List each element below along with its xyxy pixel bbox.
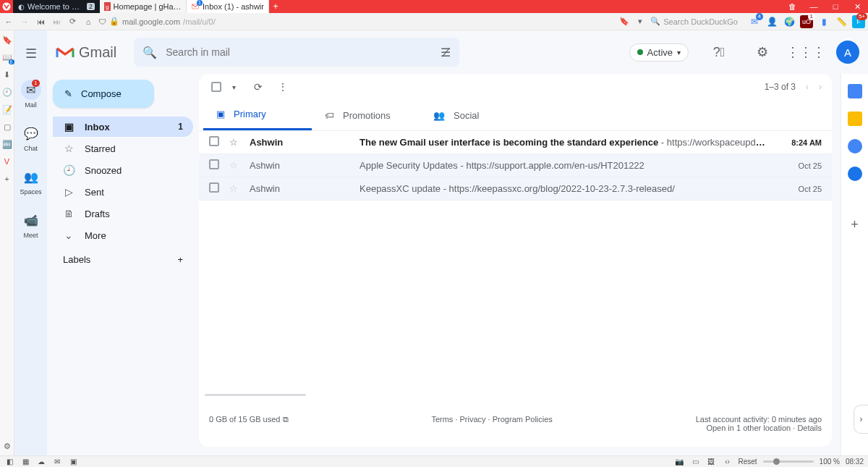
home-button[interactable]: ⌂ — [82, 16, 94, 28]
zoom-reset[interactable]: Reset — [738, 458, 757, 466]
open-icon[interactable]: ⧉ — [283, 415, 289, 424]
gmail-search[interactable]: 🔍 ☰̸ — [134, 38, 459, 67]
mail-row[interactable]: ☆ Ashwin KeepassXC update - https://keep… — [199, 177, 832, 201]
chevron-down-icon[interactable]: ▾ — [634, 16, 646, 28]
contacts-icon[interactable] — [848, 167, 862, 181]
refresh-icon[interactable]: ⟳ — [251, 80, 265, 94]
star-icon[interactable]: ☆ — [229, 183, 241, 194]
panel-history-icon[interactable]: 🕘 — [2, 87, 12, 97]
forward-button[interactable]: → — [19, 16, 30, 28]
panel-settings-icon[interactable]: ⚙ — [2, 441, 12, 451]
add-panel-icon[interactable]: + — [851, 217, 859, 232]
tasks-icon[interactable] — [848, 139, 862, 153]
search-options-icon[interactable]: ☰̸ — [441, 46, 451, 59]
ffwd-button[interactable]: ⏭ — [51, 16, 62, 28]
more-icon[interactable]: ⋮ — [276, 80, 290, 94]
account-avatar[interactable]: A — [836, 41, 859, 64]
panel-reading-icon[interactable]: 📖6 — [2, 52, 12, 62]
back-button[interactable]: ← — [3, 16, 14, 28]
ext-feed-icon[interactable]: F5+ — [852, 15, 865, 28]
ext-profile-icon[interactable]: 👤 — [765, 15, 778, 28]
nav-snoozed[interactable]: 🕘 Snoozed — [53, 160, 193, 180]
mail-row[interactable]: ☆ Ashwin The new Gmail user interface is… — [199, 131, 832, 154]
panel-downloads-icon[interactable]: ⬇ — [2, 70, 12, 80]
calendar-icon[interactable] — [848, 84, 862, 98]
panel-bookmarks-icon[interactable]: 🔖 — [2, 35, 12, 45]
gmail-logo[interactable]: Gmail — [56, 44, 116, 61]
select-dropdown-icon[interactable]: ▾ — [226, 80, 241, 94]
compose-button[interactable]: ✎ Compose — [53, 80, 154, 108]
sb-code-icon[interactable]: ‹› — [722, 457, 732, 467]
close-button[interactable]: ✕ — [846, 0, 868, 13]
new-tab-button[interactable]: + — [271, 1, 281, 12]
sb-image-icon[interactable]: 🖼 — [706, 457, 716, 467]
policies-link[interactable]: Program Policies — [493, 415, 553, 424]
ext-ublock-icon[interactable]: uO1 — [800, 15, 813, 28]
rail-mail[interactable]: ✉1 Mail — [14, 77, 47, 112]
add-label-icon[interactable]: + — [177, 254, 183, 265]
nav-more[interactable]: ⌄ More — [53, 225, 193, 245]
hamburger-icon[interactable]: ☰ — [17, 39, 46, 68]
vivaldi-icon[interactable] — [0, 0, 13, 13]
search-input[interactable] — [166, 46, 432, 58]
panel-vivaldi-icon[interactable]: V — [2, 156, 12, 167]
ext-earth-icon[interactable]: 🌍 — [783, 15, 796, 28]
rail-spaces[interactable]: 👥 Spaces — [14, 164, 47, 198]
minimize-button[interactable]: — — [803, 0, 825, 13]
rail-chat[interactable]: 💬 Chat — [14, 120, 47, 155]
star-icon[interactable]: ☆ — [229, 137, 241, 148]
tab-steam[interactable]: ◐ Welcome to Steam 2 — [13, 0, 100, 13]
row-checkbox[interactable] — [209, 159, 221, 172]
sb-mail-icon[interactable]: ✉ — [52, 457, 62, 467]
sb-tiling-icon[interactable]: ▦ — [20, 457, 30, 467]
pager-prev-icon[interactable]: ‹ — [806, 82, 809, 92]
nav-inbox[interactable]: ▣ Inbox 1 — [53, 117, 193, 137]
tab-promotions[interactable]: 🏷 Promotions — [312, 100, 420, 130]
nav-sent[interactable]: ▷ Sent — [53, 182, 193, 202]
rail-meet[interactable]: 📹 Meet — [14, 207, 47, 242]
privacy-link[interactable]: Privacy — [460, 415, 486, 424]
sb-capture-icon[interactable]: ▣ — [68, 457, 78, 467]
mail-toolbar: ▾ ⟳ ⋮ 1–3 of 3 ‹ › — [199, 74, 832, 100]
sb-sync-icon[interactable]: ☁ — [36, 457, 46, 467]
nav-starred[interactable]: ☆ Starred — [53, 138, 193, 159]
tab-ghacks[interactable]: g Homepage | gHacks Techn — [100, 0, 187, 13]
details-link[interactable]: Details — [797, 424, 822, 432]
sb-camera-icon[interactable]: 📷 — [674, 457, 684, 467]
ext-ruler-icon[interactable]: 📏 — [835, 15, 848, 28]
settings-icon[interactable]: ⚙ — [749, 39, 775, 65]
mail-row[interactable]: ☆ Ashwin Apple Security Updates - https:… — [199, 154, 832, 177]
zoom-slider[interactable] — [763, 460, 814, 463]
panel-add-icon[interactable]: + — [2, 174, 12, 184]
row-checkbox[interactable] — [209, 182, 221, 195]
url-display[interactable]: 🛡 🔒 mail.google.com/mail/u/0/ — [98, 17, 216, 26]
tab-primary[interactable]: ▣ Primary — [203, 100, 312, 130]
apps-icon[interactable]: ⋮⋮⋮ — [793, 39, 819, 65]
status-chip[interactable]: Active ▾ — [629, 43, 689, 62]
bookmark-icon[interactable]: 🔖 — [618, 16, 630, 28]
keep-icon[interactable] — [848, 112, 862, 126]
terms-link[interactable]: Terms — [431, 415, 453, 424]
mail-list: ☆ Ashwin The new Gmail user interface is… — [199, 131, 832, 447]
ext-phonelink-icon[interactable]: ▮ — [817, 15, 830, 28]
help-icon[interactable]: ?⃝ — [706, 39, 732, 65]
reload-button[interactable]: ⟳ — [67, 16, 78, 28]
pager-next-icon[interactable]: › — [819, 82, 822, 92]
sb-device-icon[interactable]: ▭ — [690, 457, 700, 467]
trash-button[interactable]: 🗑 — [781, 0, 803, 13]
nav-drafts[interactable]: 🗎 Drafts — [53, 203, 193, 224]
sb-style-icon[interactable]: ◧ — [4, 457, 14, 467]
panel-translate-icon[interactable]: 🔤 — [2, 139, 12, 149]
maximize-button[interactable]: □ — [825, 0, 846, 13]
panel-window-icon[interactable]: ▢ — [2, 122, 12, 132]
rewind-button[interactable]: ⏮ — [35, 16, 46, 28]
panel-notes-icon[interactable]: 📝 — [2, 104, 12, 114]
row-checkbox[interactable] — [209, 136, 221, 148]
hide-panel-icon[interactable]: › — [854, 405, 868, 434]
tab-gmail-active[interactable]: 1 Inbox (1) - ashwir — [187, 0, 269, 13]
tab-social[interactable]: 👥 Social — [420, 100, 529, 130]
ext-mail-icon[interactable]: ✉4 — [748, 15, 761, 28]
select-all-checkbox[interactable] — [209, 80, 224, 94]
browser-search[interactable]: 🔍 Search DuckDuckGo — [650, 17, 738, 26]
star-icon[interactable]: ☆ — [229, 160, 241, 171]
